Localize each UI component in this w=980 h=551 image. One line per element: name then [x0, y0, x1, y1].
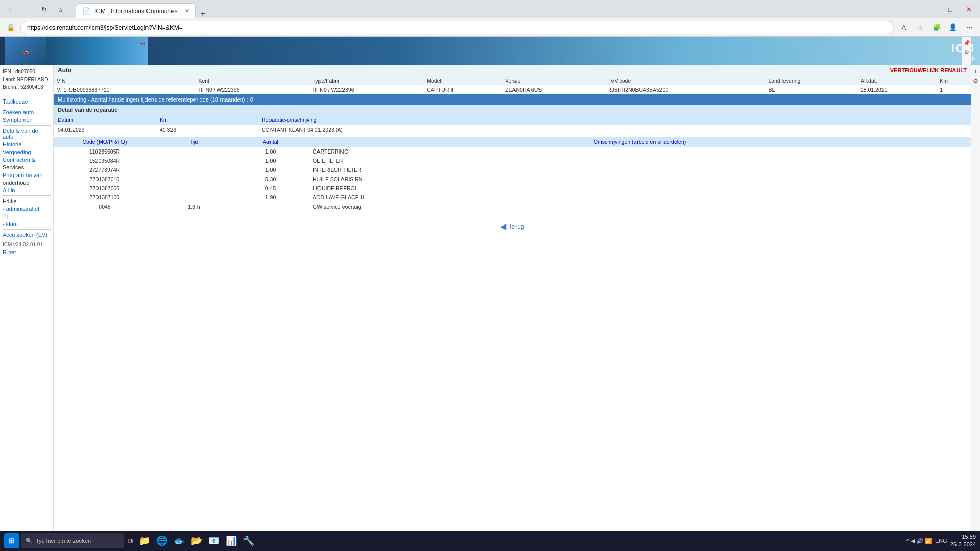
right-icon-1[interactable]: 📌: [963, 40, 970, 46]
datum-header: Datum: [54, 115, 156, 125]
repair-tijd: 1.3 h: [156, 202, 232, 211]
active-tab[interactable]: 📄 ICM : Informations Communes : ✕: [76, 3, 196, 18]
repair-tijd: [156, 193, 232, 202]
right-panel-icon-2[interactable]: ⚙: [973, 78, 978, 85]
taskbar-search[interactable]: 🔍 Typ hier om te zoeken: [21, 533, 124, 548]
system-tray: ^ ◀ 🔊 📶 ENG 15:59 26-3-2024: [906, 533, 976, 549]
vertrouwelijk-label: VERTROUWELIJK RENAULT: [890, 67, 967, 73]
home-button[interactable]: ⌂: [53, 2, 67, 16]
back-area: ◀ Terug: [54, 211, 971, 241]
table-row: 152095084R 1.00 OLIEFILTER: [54, 156, 971, 165]
admin-link[interactable]: - administratief: [3, 206, 51, 212]
search-placeholder: Typ hier om te zoeken: [36, 538, 91, 544]
detail-info-table: Datum Km Reparatie-omschrijving 04.01.20…: [54, 115, 971, 134]
refresh-button[interactable]: ↻: [37, 2, 51, 16]
lang-label: ENG: [935, 538, 947, 544]
repair-omschrijving: GW service voertuig: [309, 202, 971, 211]
maximize-button[interactable]: □: [943, 2, 958, 16]
right-icon-2[interactable]: ⚙: [964, 49, 969, 56]
omschrijving-header: Omschrijvingen (arbeid en onderdelen): [309, 137, 971, 147]
address-input[interactable]: [20, 21, 894, 34]
bookmark-icon[interactable]: ☆: [914, 21, 927, 34]
repair-aantal: 1.00: [232, 165, 309, 174]
historie-link[interactable]: Historie: [3, 141, 51, 147]
page-icon: 📄: [82, 7, 90, 15]
settings-icon[interactable]: ⋯: [963, 21, 976, 34]
details-auto-link[interactable]: Details van de auto: [3, 128, 51, 140]
terug-link[interactable]: ◀ Terug: [500, 221, 524, 231]
km-header: Km: [937, 76, 971, 85]
start-button[interactable]: ⊞: [4, 533, 19, 548]
type-header: Type/Fabnr: [309, 76, 424, 85]
app-icon-3[interactable]: 📧: [206, 533, 222, 548]
profile-icon[interactable]: 👤: [946, 21, 960, 34]
repair-code: 7701387010: [54, 174, 156, 184]
right-panel: + ⚙: [971, 65, 980, 551]
reparatie-header: Reparatie-omschrijving: [258, 115, 971, 125]
repair-omschrijving: INTERIEUR FILTER: [309, 165, 971, 174]
multistoring-bar: Multistoring - Aantal handelingen tijden…: [54, 94, 971, 105]
user-info: IPN : dn07050 Land: NEDERLAND Bronn.: 52…: [3, 68, 51, 91]
app-icon-5[interactable]: 🔧: [241, 533, 256, 548]
repair-aantal: 1.00: [232, 156, 309, 165]
translate-icon[interactable]: A: [897, 21, 911, 34]
multistoring-text: Multistoring - Aantal handelingen tijden…: [58, 96, 253, 103]
programma-link[interactable]: Programma van: [3, 172, 51, 178]
taskview-button[interactable]: ⧉: [126, 535, 135, 547]
repair-aantal: 0.45: [232, 184, 309, 193]
kent-header: Kent.: [195, 76, 309, 85]
repair-code: 152095084R: [54, 156, 156, 165]
forward-button[interactable]: →: [20, 2, 35, 16]
aantal-header: Aantal: [232, 137, 309, 147]
repair-omschrijving: OLIEFILTER: [309, 156, 971, 165]
back-button[interactable]: ←: [4, 2, 18, 16]
repair-code: 110265505R: [54, 147, 156, 156]
zoeken-auto-link[interactable]: Zoeken auto: [3, 109, 51, 115]
land-header: Land levering: [765, 76, 857, 85]
codes-table: Code (MO/PR/FO) Tijd Aantal Omschrijving…: [54, 137, 971, 211]
repair-tijd: [156, 147, 232, 156]
reparatie-value: CONTANT KLANT 04.01.2023 (A): [258, 125, 971, 134]
repair-omschrijving: CARTERRING: [309, 147, 971, 156]
tab-close-button[interactable]: ✕: [185, 8, 189, 14]
rnet-link[interactable]: R.net: [3, 249, 51, 255]
repair-tijd: [156, 165, 232, 174]
close-button[interactable]: ✕: [962, 2, 976, 16]
contracten-link[interactable]: Contracten &: [3, 157, 51, 163]
versie-value: ZEAN0HA 6US: [502, 85, 604, 94]
app-icon-4[interactable]: 📊: [224, 533, 239, 548]
vin-value: VF1RJB00966867711: [54, 85, 195, 94]
km-detail-header: Km: [156, 115, 258, 125]
editie-label: Editie: [3, 198, 51, 204]
repair-tijd: [156, 174, 232, 184]
minimize-button[interactable]: ―: [925, 2, 939, 16]
taalkeuze-link[interactable]: Taalkeuze: [3, 98, 51, 105]
klant-link[interactable]: - klant: [3, 221, 51, 227]
tvv-header: TVV code: [604, 76, 765, 85]
vergoeding-link[interactable]: Vergoeding: [3, 149, 51, 155]
clock: 15:59 26-3-2024: [950, 533, 976, 549]
repair-aantal: [232, 202, 309, 211]
right-panel-icon-1[interactable]: +: [974, 68, 977, 75]
type-value: HFN0 / W222396: [309, 85, 424, 94]
table-row: 272773974R 1.00 INTERIEUR FILTER: [54, 165, 971, 174]
sidebar: IPN : dn07050 Land: NEDERLAND Bronn.: 52…: [0, 65, 54, 551]
vehicle-table: VIN Kent. Type/Fabnr Model Versie TVV co…: [54, 76, 971, 94]
chrome-icon[interactable]: 🌐: [154, 533, 169, 548]
app-icon-1[interactable]: 🐟: [172, 533, 187, 548]
new-tab-button[interactable]: +: [196, 9, 209, 18]
extension-icon[interactable]: 🧩: [930, 21, 943, 34]
allin-link[interactable]: All-in: [3, 187, 51, 193]
kent-value: HFN0 / W222396: [195, 85, 309, 94]
onderhoud-label: onderhoud: [3, 180, 51, 186]
symptomen-link[interactable]: Symptomen: [3, 117, 51, 123]
vin-header: VIN: [54, 76, 195, 85]
accu-zoeken-link[interactable]: Accu zoeken (EV): [3, 232, 51, 238]
app-icon-2[interactable]: 📂: [189, 533, 204, 548]
repair-aantal: 1.90: [232, 193, 309, 202]
explorer-icon[interactable]: 📁: [137, 533, 152, 548]
bronn-label: Bronn.: 52800413: [3, 83, 51, 91]
table-row: 7701387100 1.90 ADD LAVE GLACE 1L: [54, 193, 971, 202]
detail-header: Detail van de reparatie: [54, 105, 971, 115]
table-row: 7701387010 5.30 HUILE SOLARIS RN: [54, 174, 971, 184]
